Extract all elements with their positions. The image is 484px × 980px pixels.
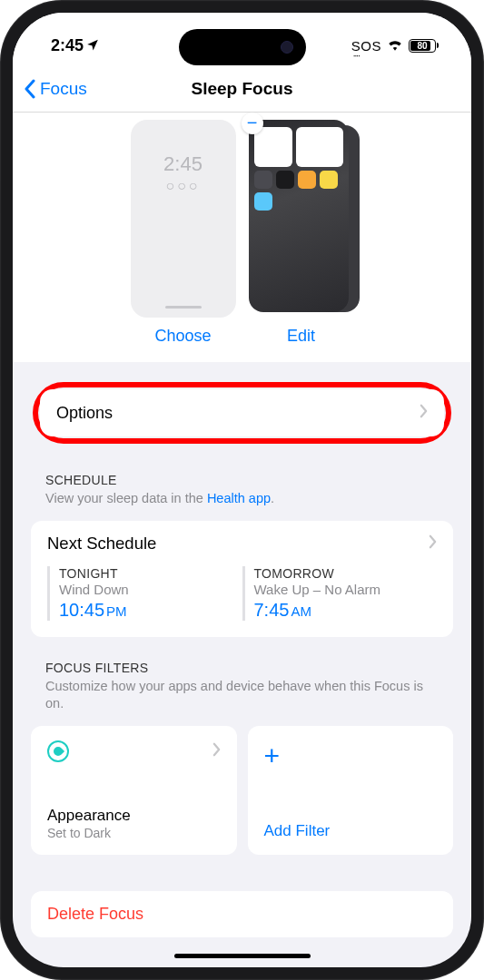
back-label: Focus [40, 79, 87, 99]
status-time: 2:45 [51, 36, 84, 55]
chevron-right-icon [420, 404, 428, 423]
battery-indicator: 80 [409, 39, 439, 53]
schedule-header: SCHEDULE View your sleep data in the Hea… [13, 449, 471, 512]
lock-screen-preview[interactable]: 2:45 ○○○ [131, 120, 236, 318]
wifi-icon [387, 38, 403, 54]
page-title: Sleep Focus [192, 79, 293, 99]
delete-focus-button[interactable]: Delete Focus [31, 891, 453, 937]
customize-screens-section: 2:45 ○○○ Choose − [13, 113, 471, 362]
filters-header: FOCUS FILTERS Customize how your apps an… [13, 637, 471, 717]
phone-frame: 2:45 SOS 80 [0, 0, 484, 980]
sos-indicator: SOS [351, 38, 381, 54]
dynamic-island [179, 29, 306, 65]
edit-button[interactable]: Edit [287, 327, 315, 346]
options-label: Options [56, 404, 113, 423]
screen: 2:45 SOS 80 [13, 13, 471, 967]
location-icon [86, 36, 99, 55]
next-schedule-label: Next Schedule [47, 534, 156, 554]
health-app-link[interactable]: Health app [207, 491, 271, 505]
chevron-right-icon [212, 742, 221, 760]
tomorrow-column: TOMORROW Wake Up – No Alarm 7:45AM [242, 566, 438, 621]
remove-screen-button[interactable]: − [242, 113, 263, 134]
back-button[interactable]: Focus [13, 79, 87, 99]
tonight-column: TONIGHT Wind Down 10:45PM [47, 566, 242, 621]
next-schedule-card[interactable]: Next Schedule TONIGHT Wind Down 10:45PM … [31, 521, 453, 637]
home-screen-preview[interactable]: − [249, 120, 354, 318]
options-row[interactable]: Options [40, 389, 444, 436]
add-filter-card[interactable]: + Add Filter [248, 726, 454, 855]
appearance-filter-card[interactable]: Appearance Set to Dark [31, 726, 237, 855]
chevron-right-icon [429, 534, 437, 554]
highlight-annotation: Options [33, 382, 451, 444]
appearance-icon [47, 740, 69, 762]
plus-icon: + [264, 740, 438, 771]
home-indicator[interactable] [174, 954, 311, 958]
choose-button[interactable]: Choose [154, 327, 211, 346]
nav-header: Focus Sleep Focus [13, 65, 471, 113]
